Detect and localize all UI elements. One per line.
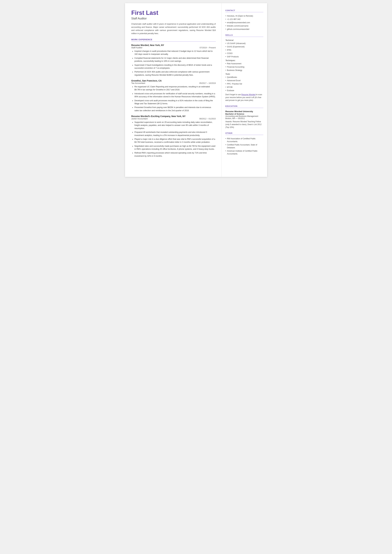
skill-tech-2: GAAS (Experienced) — [225, 45, 263, 48]
promo-link[interactable]: Resume Worded — [241, 93, 256, 96]
bullet-2-1: Re-organized UC Claim Reporting and resp… — [134, 85, 216, 91]
skill-tech-t2: Financial Accounting — [225, 66, 263, 68]
techniques-subheading: Techniques: — [225, 59, 263, 62]
job-company-1: Resume Worded, New York, NY — [131, 44, 164, 46]
contact-item-2: +1-121-987-342 — [225, 18, 263, 21]
bullet-2-4: Prevented Growthsi from paying over $825… — [134, 106, 216, 112]
bullet-2-3: Developed cross-unit audit processes res… — [134, 99, 216, 105]
skill-tool-5: Essbase — [225, 89, 263, 92]
job-bullets-2: Re-organized UC Claim Reporting and resp… — [131, 85, 216, 112]
promo-text: Don't forget to use Resume Worded to sca… — [225, 93, 263, 102]
skill-tool-1: QuickBooks — [225, 76, 263, 79]
bullet-1-2: Compiled financial statements for 12 maj… — [134, 57, 216, 63]
contact-item-3: email@resumeworded.com — [225, 21, 263, 24]
resume-container: First Last Staff Auditor Charismatic sta… — [125, 3, 267, 177]
job-title-2: Tax Accountant — [131, 82, 145, 84]
edu-school: Resume Worded University — [225, 110, 263, 112]
bullet-3-4: Negotiated rates and successfully made p… — [134, 145, 216, 151]
job-company-2: Growthsi, San Francisco, CA — [131, 79, 162, 82]
job-header-3: Resume Worded's Exciting Company, New Yo… — [131, 115, 216, 118]
job-company-3: Resume Worded's Exciting Company, New Yo… — [131, 115, 186, 118]
job-title-3: Junior Accountant — [131, 118, 148, 120]
technical-subheading: Technical: — [225, 39, 263, 41]
other-list: RW Association of Certified Public Accou… — [225, 137, 263, 155]
job-header-2: Growthsi, San Francisco, CA — [131, 79, 216, 82]
left-column: First Last Staff Auditor Charismatic sta… — [125, 3, 222, 177]
edu-field: Accounting and Business Management — [225, 115, 263, 117]
skill-tool-4: MYOB — [225, 86, 263, 89]
bullet-1-4: Performed 16 SOX 404 audits and also enf… — [134, 70, 216, 77]
work-experience-heading: WORK EXPERIENCE — [131, 39, 216, 42]
contact-section: CONTACT Honolulu, HI (Open to Remote) +1… — [225, 9, 263, 31]
job-bullets-3: Supported supervisors to work on 29 acco… — [131, 121, 216, 158]
contact-list: Honolulu, HI (Open to Remote) +1-121-987… — [225, 14, 263, 31]
bullet-3-5: Refined RW's reporting processes which r… — [134, 151, 216, 158]
job-dates-1: 07/2019 – Present — [200, 47, 216, 49]
other-heading: OTHER — [225, 132, 263, 135]
skill-tech-t3: Business Strategy — [225, 69, 263, 72]
other-section: OTHER RW Association of Certified Public… — [225, 132, 263, 155]
bullet-3-2: Prepared 49 worksheets that revealed out… — [134, 131, 216, 137]
skill-tech-4: COSO — [225, 52, 263, 55]
skill-tool-2: Advanced Excel — [225, 79, 263, 82]
job-title-row-3: Junior Accountant 08/2012 – 01/2015 — [131, 118, 216, 121]
edu-degree: Bachelor of Science — [225, 113, 263, 115]
other-item-1: RW Association of Certified Public Accou… — [225, 137, 263, 143]
promo-prefix: Don't forget to use — [225, 93, 241, 96]
job-block-2: Growthsi, San Francisco, CA Tax Accounta… — [131, 79, 216, 112]
contact-heading: CONTACT — [225, 9, 263, 12]
bullet-3-3: Played a major role in a due diligence e… — [134, 138, 216, 144]
job-block-1: Resume Worded, New York, NY Staff Audito… — [131, 44, 216, 77]
tools-subheading: Tools: — [225, 73, 263, 75]
contact-item-4: linkedin.com/in/username — [225, 24, 263, 27]
skills-section: SKILLS Technical: US GAAP (Advanced) GAA… — [225, 34, 263, 102]
contact-item-5: github.com/resumeworded — [225, 28, 263, 31]
edu-location: Boston, MA — 05/2011 — [225, 117, 263, 119]
job-bullets-1: Inspired changes in audit procedures tha… — [131, 50, 216, 77]
tools-list: QuickBooks Advanced Excel PPC- Practise … — [225, 76, 263, 92]
skill-tech-3: IFRS — [225, 49, 263, 51]
right-column: CONTACT Honolulu, HI (Open to Remote) +1… — [222, 3, 267, 177]
bullet-1-1: Inspired changes in audit procedures tha… — [134, 50, 216, 56]
edu-awards: Awards: Resume Worded Teaching Fellow (o… — [225, 120, 263, 129]
techniques-list: Risk Assessment Financial Accounting Bus… — [225, 62, 263, 72]
other-item-2: Certified Public Accountant, State of De… — [225, 143, 263, 149]
job-dates-3: 08/2012 – 01/2015 — [199, 118, 216, 120]
skill-tech-1: US GAAP (Advanced) — [225, 42, 263, 45]
job-title-row-2: Tax Accountant 05/2017 – 10/2019 — [131, 82, 216, 85]
bullet-2-2: Introduced cross-unit processes for veri… — [134, 92, 216, 98]
candidate-title: Staff Auditor — [131, 17, 216, 20]
skill-tech-5: SAP Products — [225, 55, 263, 58]
job-dates-2: 05/2017 – 10/2019 — [199, 82, 216, 84]
education-heading: EDUCATION — [225, 105, 263, 108]
job-header-1: Resume Worded, New York, NY — [131, 44, 216, 46]
skill-tool-3: PPC- Practise Aid — [225, 83, 263, 85]
contact-item-1: Honolulu, HI (Open to Remote) — [225, 14, 263, 17]
job-block-3: Resume Worded's Exciting Company, New Yo… — [131, 115, 216, 158]
job-title-1: Staff Auditor — [131, 46, 143, 49]
skills-heading: SKILLS — [225, 34, 263, 37]
other-item-3: American Institute of Certified Public A… — [225, 150, 263, 155]
summary-text: Charismatic staff auditor with 8 years o… — [131, 22, 216, 35]
education-section: EDUCATION Resume Worded University Bache… — [225, 105, 263, 129]
bullet-3-1: Supported supervisors to work on 29 acco… — [134, 121, 216, 130]
technical-skills-list: US GAAP (Advanced) GAAS (Experienced) IF… — [225, 42, 263, 58]
job-title-row-1: Staff Auditor 07/2019 – Present — [131, 46, 216, 50]
skill-tech-t1: Risk Assessment — [225, 62, 263, 65]
bullet-1-3: Supervised 2 fraud investigations result… — [134, 64, 216, 70]
candidate-name: First Last — [131, 9, 216, 16]
